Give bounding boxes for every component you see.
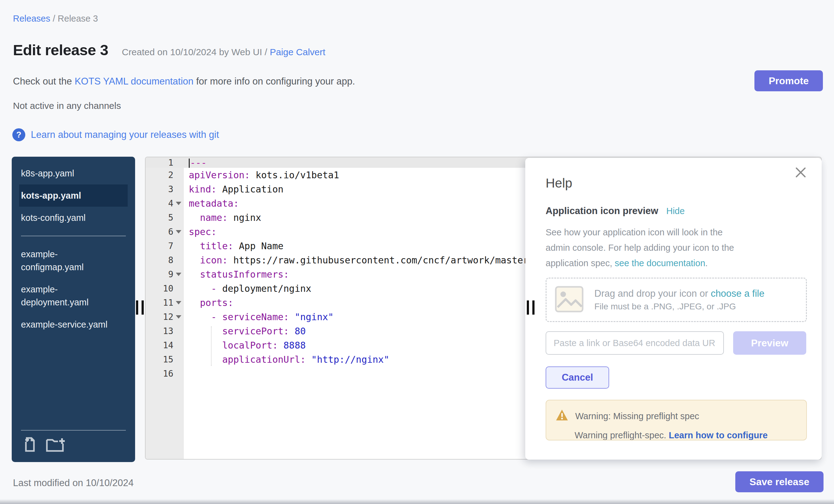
learn-configure-link[interactable]: Learn how to configure (669, 430, 768, 440)
breadcrumb-releases-link[interactable]: Releases (13, 14, 50, 23)
page-title: Edit release 3 (13, 41, 108, 59)
line-number: 13 (146, 326, 173, 336)
git-releases-link[interactable]: Learn about managing your releases with … (31, 129, 219, 140)
line-number: 2 (146, 170, 173, 180)
question-mark-icon: ? (12, 128, 25, 141)
file-list-divider (21, 236, 126, 236)
line-number: 15 (146, 354, 173, 365)
warning-detail: Warning preflight-spec. Learn how to con… (555, 430, 797, 440)
channel-status: Not active in any channels (13, 101, 121, 111)
image-placeholder-icon (554, 286, 584, 314)
docs-prefix: Check out the (13, 76, 75, 87)
line-number: 5 (146, 213, 173, 223)
line-number: 12 (146, 312, 173, 322)
close-icon[interactable] (794, 166, 808, 179)
help-panel: Help Application icon preview Hide See h… (525, 158, 822, 460)
description-period: . (705, 258, 708, 268)
add-folder-icon[interactable] (46, 437, 66, 454)
sidebar-item-k8s-app.yaml[interactable]: k8s-app.yaml (19, 162, 128, 184)
fold-arrow-icon[interactable] (173, 273, 184, 276)
promote-button[interactable]: Promote (754, 70, 823, 91)
icon-url-input[interactable] (546, 331, 724, 355)
icon-preview-description: See how your application icon will look … (546, 224, 749, 271)
breadcrumb-separator: / (53, 14, 58, 23)
line-number: 14 (146, 340, 173, 350)
edit-release-page: Releases / Release 3 Edit release 3 Crea… (0, 0, 834, 504)
line-number: 6 (146, 227, 173, 237)
breadcrumb: Releases / Release 3 (13, 14, 98, 24)
cancel-button[interactable]: Cancel (546, 367, 609, 389)
sidebar-item-example-deployment.yaml[interactable]: example-deployment.yaml (19, 278, 128, 313)
fold-arrow-icon[interactable] (173, 202, 184, 205)
sidebar-item-example-configmap.yaml[interactable]: example-configmap.yaml (19, 243, 128, 278)
dropzone-prefix: Drag and drop your icon or (594, 288, 711, 299)
docs-suffix: for more info on configuring your app. (193, 76, 355, 87)
see-documentation-link[interactable]: see the documentation (615, 258, 705, 268)
preview-button[interactable]: Preview (733, 331, 806, 355)
sidebar-bottom (19, 430, 128, 454)
line-number: 3 (146, 184, 173, 194)
line-number: 10 (146, 283, 173, 294)
title-row: Edit release 3 Created on 10/10/2024 by … (13, 41, 325, 59)
line-number: 9 (146, 269, 173, 280)
fold-arrow-icon[interactable] (173, 230, 184, 234)
preflight-warning: Warning: Missing preflight spec Warning … (546, 400, 807, 440)
sidebar-item-kots-config.yaml[interactable]: kots-config.yaml (19, 207, 128, 229)
hide-link[interactable]: Hide (666, 206, 685, 216)
line-number: 11 (146, 298, 173, 308)
sidebar-item-example-service.yaml[interactable]: example-service.yaml (19, 313, 128, 335)
help-resize-handle[interactable] (527, 301, 534, 314)
docs-line: Check out the KOTS YAML documentation fo… (13, 76, 355, 87)
line-number: 7 (146, 241, 173, 251)
warning-icon (555, 409, 568, 423)
warning-detail-text: Warning preflight-spec. (575, 430, 669, 440)
sidebar-resize-handle[interactable] (136, 301, 144, 314)
file-list: k8s-app.yamlkots-app.yamlkots-config.yam… (19, 162, 128, 335)
line-number: 16 (146, 369, 173, 379)
add-file-icon[interactable] (22, 437, 38, 454)
icon-dropzone[interactable]: Drag and drop your icon or choose a file… (546, 278, 807, 322)
dropzone-text: Drag and drop your icon or choose a file (594, 288, 764, 299)
dropzone-hint: File must be a .PNG, .JPEG, or .JPG (594, 302, 764, 311)
line-number: 8 (146, 255, 173, 265)
fold-arrow-icon[interactable] (173, 315, 184, 319)
help-title: Help (546, 176, 807, 191)
created-info: Created on 10/10/2024 by Web UI / Paige … (122, 47, 325, 57)
last-modified-text: Last modified on 10/10/2024 (13, 478, 134, 488)
sidebar-divider (21, 430, 126, 431)
breadcrumb-current: Release 3 (58, 14, 98, 23)
sidebar-item-kots-app.yaml[interactable]: kots-app.yaml (19, 184, 128, 207)
kots-yaml-docs-link[interactable]: KOTS YAML documentation (75, 76, 193, 87)
git-help-row: ? Learn about managing your releases wit… (12, 128, 219, 141)
text-cursor (189, 158, 190, 168)
choose-file-link[interactable]: choose a file (711, 288, 764, 299)
file-sidebar: k8s-app.yamlkots-app.yamlkots-config.yam… (12, 157, 135, 462)
created-text: Created on 10/10/2024 by Web UI / (122, 47, 270, 57)
indent-guide (211, 326, 212, 366)
icon-preview-heading: Application icon preview (546, 205, 658, 217)
author-link[interactable]: Paige Calvert (270, 47, 325, 57)
fold-arrow-icon[interactable] (173, 301, 184, 304)
warning-title: Warning: Missing preflight spec (575, 411, 699, 421)
line-number: 4 (146, 198, 173, 209)
save-release-button[interactable]: Save release (735, 471, 824, 492)
line-number: 1 (146, 158, 173, 168)
